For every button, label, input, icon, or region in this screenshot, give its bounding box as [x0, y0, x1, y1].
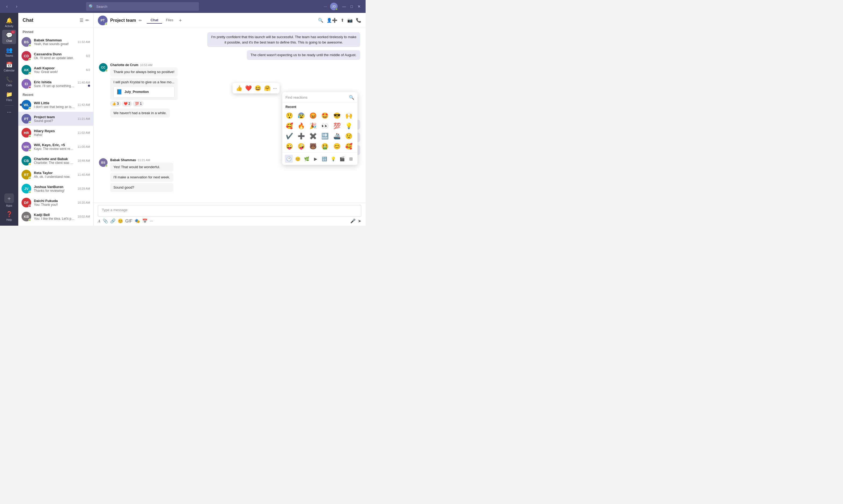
more-options-msg-button[interactable]: ··· — [150, 219, 153, 223]
format-text-button[interactable]: 𝐴 — [98, 219, 101, 223]
chat-name-cassandra: Cassandra Dunn — [34, 52, 83, 56]
emoji-cell[interactable]: 🥰 — [284, 121, 294, 131]
emoji-search-input[interactable] — [285, 95, 347, 100]
chat-item-group[interactable]: WK Will, Kayo, Eric, +5 Kayo: The review… — [18, 140, 93, 154]
emoji-cell[interactable]: 🙌 — [344, 111, 354, 121]
quick-reaction-heart[interactable]: ❤️ — [245, 84, 252, 92]
video-call-button[interactable]: 📷 — [347, 18, 353, 23]
chat-item-joshua[interactable]: JV Joshua VanBuren Thanks for reviewing!… — [18, 182, 93, 196]
sidebar-item-help[interactable]: ❓ Help — [2, 209, 16, 223]
emoji-cell[interactable]: 🎉 — [308, 121, 318, 131]
emoji-button[interactable]: 😊 — [118, 218, 123, 223]
chat-item-aadi[interactable]: AK Aadi Kapoor You: Great work! 6/2 — [18, 63, 93, 77]
quick-reaction-hug[interactable]: 🤗 — [263, 84, 271, 92]
quick-reaction-laugh[interactable]: 😆 — [254, 84, 262, 92]
back-button[interactable]: ‹ — [3, 3, 11, 10]
sidebar-item-teams[interactable]: 👥 Teams — [2, 44, 16, 59]
new-chat-button[interactable]: ✏ — [86, 18, 89, 23]
emoji-cell[interactable]: 🤪 — [296, 142, 306, 151]
tab-add-button[interactable]: ＋ — [177, 17, 184, 24]
dictate-button[interactable]: 🎤 — [350, 218, 356, 223]
chat-item-cassandra[interactable]: CD Cassandra Dunn Ok. I'll send an updat… — [18, 49, 93, 63]
search-in-chat-button[interactable]: 🔍 — [318, 18, 323, 23]
tab-files[interactable]: Files — [162, 17, 177, 24]
emoji-cell[interactable]: 💡 — [344, 121, 354, 131]
emoji-cell[interactable]: 😡 — [308, 111, 318, 121]
close-button[interactable]: ✕ — [356, 3, 362, 10]
emoji-cell[interactable]: 😊 — [332, 142, 342, 151]
forward-button[interactable]: › — [13, 3, 20, 10]
more-options-button[interactable]: ··· — [324, 4, 327, 8]
send-button[interactable]: ➤ — [358, 218, 361, 223]
emoji-cell[interactable]: 😰 — [296, 111, 306, 121]
chat-item-eric[interactable]: EI Eric Ishida Sure. I'll set up somethi… — [18, 77, 93, 91]
chat-item-reta[interactable]: RT Reta Taylor Ah, ok. I understand now.… — [18, 168, 93, 182]
reaction-100[interactable]: 💯 1 — [133, 101, 143, 106]
emoji-cell[interactable]: ✔️ — [284, 131, 294, 141]
emoji-cell[interactable]: 💯 — [332, 121, 342, 131]
chat-item-daichi[interactable]: DF Daichi Fukuda You: Thank you!! 10:20 … — [18, 196, 93, 210]
gif-button[interactable]: GIF — [125, 219, 133, 223]
sidebar-item-activity[interactable]: 🔔 Activity — [2, 15, 16, 29]
minimize-button[interactable]: — — [341, 3, 347, 10]
sidebar-item-chat[interactable]: 1 💬 Chat — [2, 30, 16, 44]
emoji-cell[interactable]: 🔥 — [296, 121, 306, 131]
chat-item-project-team[interactable]: PT Project team Sound good? 11:21 AM — [18, 112, 93, 126]
search-input[interactable] — [96, 4, 196, 8]
chat-item-charlotte-babak[interactable]: CB Charlotte and Babak Charlotte: The cl… — [18, 154, 93, 168]
emoji-cell[interactable]: 🤩 — [320, 111, 330, 121]
emoji-cell[interactable]: 🥰 — [344, 142, 354, 151]
emoji-tab-recent[interactable]: 🕐 — [285, 155, 293, 163]
emoji-cell[interactable]: 🚢 — [332, 131, 342, 141]
reaction-thumbs-up[interactable]: 👍 3 — [110, 101, 121, 106]
msg-reactions: 👍 3 ❤️ 2 💯 1 — [110, 101, 178, 106]
quick-reaction-thumbsup[interactable]: 👍 — [235, 84, 243, 92]
emoji-cell[interactable]: 👀 — [320, 121, 330, 131]
emoji-tab-activity[interactable]: 💡 — [329, 155, 337, 163]
chat-item-kadji[interactable]: KB Kadji Bell You: I like the idea. Let'… — [18, 210, 93, 223]
audio-call-button[interactable]: 📞 — [356, 18, 361, 23]
sidebar-item-files[interactable]: 📁 Files — [2, 89, 16, 103]
emoji-tab-objects[interactable]: ⊞ — [347, 155, 355, 163]
emoji-cell[interactable]: ➕ — [296, 131, 306, 141]
sidebar-item-calendar[interactable]: 📅 Calendar — [2, 59, 16, 74]
emoji-tab-arrow[interactable]: ▶ — [312, 155, 319, 163]
message-input-box[interactable]: Type a message — [98, 205, 361, 217]
sidebar-item-calls[interactable]: 📞 Calls — [2, 74, 16, 88]
files-icon: 📁 — [5, 91, 13, 98]
link-button[interactable]: 🔗 — [110, 218, 116, 223]
emoji-tab-nature[interactable]: 🌿 — [303, 155, 311, 163]
sticker-button[interactable]: 🎭 — [135, 218, 140, 223]
schedule-button[interactable]: 📅 — [142, 218, 147, 223]
emoji-cell[interactable]: 🐻 — [308, 142, 318, 151]
user-avatar[interactable]: JD — [330, 3, 338, 10]
emoji-tab-emoji[interactable]: 😊 — [294, 155, 302, 163]
attach-button[interactable]: 📎 — [103, 218, 108, 223]
emoji-cell[interactable]: 🔜 — [320, 131, 330, 141]
chat-meta-reta: 11:40 AM — [78, 173, 90, 176]
emoji-tab-symbol[interactable]: 🔣 — [320, 155, 328, 163]
emoji-cell[interactable]: 🤮 — [320, 142, 330, 151]
chat-name-joshua: Joshua VanBuren — [34, 185, 75, 189]
reaction-heart[interactable]: ❤️ 2 — [122, 101, 132, 106]
edit-group-name-icon[interactable]: ✏ — [139, 18, 142, 22]
sidebar-more-button[interactable]: ··· — [5, 107, 13, 116]
maximize-button[interactable]: □ — [348, 3, 355, 10]
sidebar-add-apps-button[interactable]: ＋ — [4, 194, 14, 203]
emoji-cell[interactable]: ✖️ — [308, 131, 318, 141]
share-screen-button[interactable]: ⬆ — [340, 18, 344, 23]
emoji-cell[interactable]: 😎 — [332, 111, 342, 121]
add-people-button[interactable]: 👤➕ — [327, 18, 337, 23]
chat-item-babak[interactable]: BS Babak Shammas Yeah, that sounds great… — [18, 35, 93, 49]
quick-more-button[interactable]: ··· — [273, 86, 277, 91]
chat-item-hilary[interactable]: HR Hilary Reyes Haha! 11:02 AM — [18, 126, 93, 140]
emoji-tab-travel[interactable]: 🎬 — [338, 155, 346, 163]
tab-chat[interactable]: Chat — [147, 17, 162, 24]
emoji-cell[interactable]: 😜 — [284, 142, 294, 151]
emoji-cell[interactable]: 😟 — [344, 131, 354, 141]
message-toolbar: 𝐴 📎 🔗 😊 GIF 🎭 📅 ··· 🎤 ➤ — [98, 218, 361, 223]
filter-button[interactable]: ☰ — [80, 18, 83, 23]
chat-item-will[interactable]: WL Will Little I don't see that being an… — [18, 98, 93, 112]
emoji-cell[interactable]: 😲 — [284, 111, 294, 121]
avatar-eric: EI — [21, 79, 31, 89]
